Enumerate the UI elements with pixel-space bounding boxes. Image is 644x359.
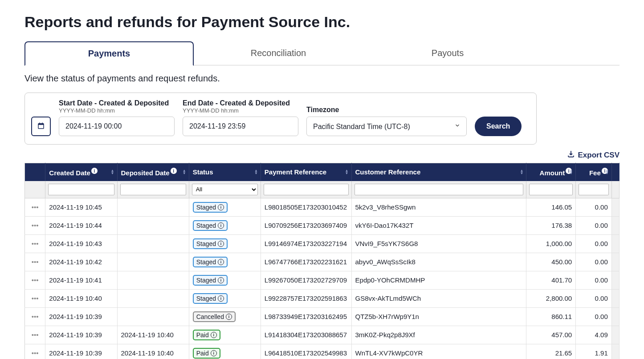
info-icon: i [218, 295, 224, 302]
row-actions-button[interactable]: ••• [25, 307, 45, 326]
row-actions-button[interactable]: ••• [25, 344, 45, 359]
cell-created: 2024-11-19 10:43 [45, 234, 117, 253]
row-actions-button[interactable]: ••• [25, 326, 45, 344]
cell-status: Stagedi [189, 234, 261, 253]
cell-custref: VNvI9_F5sYK7S6G8 [351, 234, 526, 253]
cell-status: Stagedi [189, 216, 261, 234]
cell-fee: 0.00 [576, 253, 612, 271]
table-row: •••2024-11-19 10:40StagediL99228757E1732… [25, 289, 620, 307]
table-filter-row: All [25, 181, 620, 198]
ellipsis-icon: ••• [32, 240, 39, 247]
cell-custref: 5k2v3_V8rheSSgwn [351, 198, 526, 216]
cell-status: Stagedi [189, 271, 261, 289]
status-badge[interactable]: Stagedi [193, 275, 228, 286]
ellipsis-icon: ••• [32, 258, 39, 266]
tab-reconciliation[interactable]: Reconciliation [194, 41, 363, 65]
cell-custref: Epdp0-YOhCRMDMHP [351, 271, 526, 289]
status-badge[interactable]: Stagedi [193, 220, 228, 231]
timezone-select[interactable]: Pacific Standard Time (UTC-8) [306, 117, 467, 136]
table-row: •••2024-11-19 10:392024-11-19 10:40Paidi… [25, 344, 620, 359]
scrollbar-gutter [611, 271, 619, 289]
ellipsis-icon: ••• [32, 222, 39, 229]
scrollbar-gutter [611, 253, 619, 271]
cell-fee: 0.00 [576, 198, 612, 216]
cell-amount: 860.11 [526, 307, 576, 326]
end-date-group: End Date - Created & Deposited YYYY-MM-D… [183, 99, 298, 136]
tab-payments[interactable]: Payments [24, 41, 194, 66]
filter-fee-input[interactable] [579, 184, 609, 195]
scrollbar-gutter [611, 326, 619, 344]
cell-status: Paidi [189, 326, 261, 344]
cell-fee: 4.09 [576, 326, 612, 344]
column-header-fee[interactable]: Feei ▲▼ [576, 163, 612, 181]
cell-deposited [117, 216, 189, 234]
start-date-group: Start Date - Created & Deposited YYYY-MM… [59, 99, 175, 136]
row-actions-button[interactable]: ••• [25, 271, 45, 289]
end-date-input[interactable] [183, 117, 298, 136]
start-date-input[interactable] [59, 117, 175, 136]
cell-custref: vkY6I-Dao17K432T [351, 216, 526, 234]
status-badge[interactable]: Paidi [193, 330, 220, 340]
status-badge[interactable]: Stagedi [193, 257, 228, 267]
end-date-label: End Date - Created & Deposited [183, 99, 298, 107]
scrollbar-gutter [611, 234, 619, 253]
cell-custref: GS8vx-AkTLmd5WCh [351, 289, 526, 307]
status-badge[interactable]: Cancelledi [193, 311, 236, 322]
tabs-container: PaymentsReconciliationPayouts [24, 41, 620, 65]
timezone-label: Timezone [306, 106, 467, 114]
filter-status-select[interactable]: All [192, 184, 258, 195]
status-label: Staged [196, 277, 216, 284]
status-badge[interactable]: Paidi [193, 348, 220, 359]
cell-payref: L96418510E173202549983 [261, 344, 351, 359]
cell-payref: L99146974E173203227194 [261, 234, 351, 253]
column-header-actions [25, 163, 45, 181]
table-row: •••2024-11-19 10:45StagediL98018505E1732… [25, 198, 620, 216]
start-date-hint: YYYY-MM-DD hh:mm [59, 107, 175, 114]
search-button[interactable]: Search [475, 117, 522, 136]
row-actions-button[interactable]: ••• [25, 253, 45, 271]
cell-status: Stagedi [189, 289, 261, 307]
filter-created-input[interactable] [48, 184, 114, 195]
cell-payref: L99228757E173202591863 [261, 289, 351, 307]
cell-deposited [117, 307, 189, 326]
row-actions-button[interactable]: ••• [25, 198, 45, 216]
row-actions-button[interactable]: ••• [25, 289, 45, 307]
calendar-button[interactable] [31, 117, 51, 136]
end-date-hint: YYYY-MM-DD hh:mm [183, 107, 298, 114]
cell-status: Cancelledi [189, 307, 261, 326]
cell-status: Stagedi [189, 253, 261, 271]
cell-deposited [117, 289, 189, 307]
row-actions-button[interactable]: ••• [25, 234, 45, 253]
filter-payref-input[interactable] [264, 184, 349, 195]
column-header-amount[interactable]: Amounti ▲▼ [526, 163, 576, 181]
timezone-group: Timezone Pacific Standard Time (UTC-8) [306, 106, 467, 136]
column-header-custref[interactable]: Customer Reference ▲▼ [351, 163, 526, 181]
filter-custref-input[interactable] [355, 184, 524, 195]
filter-amount-input[interactable] [529, 184, 573, 195]
info-icon: i [226, 314, 232, 320]
search-panel: Start Date - Created & Deposited YYYY-MM… [24, 93, 537, 145]
info-icon: i [218, 241, 224, 247]
row-actions-button[interactable]: ••• [25, 216, 45, 234]
cell-amount: 1,000.00 [526, 234, 576, 253]
calendar-icon [37, 122, 45, 131]
status-badge[interactable]: Stagedi [193, 293, 228, 304]
info-icon: i [218, 277, 224, 283]
column-header-status[interactable]: Status ▲▼ [189, 163, 261, 181]
column-header-payref[interactable]: Payment Reference ▲▼ [261, 163, 351, 181]
filter-deposited-input[interactable] [120, 184, 186, 195]
status-label: Staged [196, 258, 216, 266]
status-label: Staged [196, 204, 216, 211]
status-badge[interactable]: Stagedi [193, 238, 228, 249]
tab-payouts[interactable]: Payouts [363, 41, 532, 65]
scrollbar-gutter [611, 198, 619, 216]
column-header-deposited[interactable]: Deposited Datei ▲▼ [117, 163, 189, 181]
cell-payref: L91418304E173203088657 [261, 326, 351, 344]
status-badge[interactable]: Stagedi [193, 202, 228, 213]
sort-icon: ▲▼ [183, 169, 186, 175]
sort-icon: ▲▼ [520, 169, 523, 175]
status-label: Paid [196, 331, 209, 339]
export-csv-link[interactable]: Export CSV [567, 150, 620, 160]
column-header-created[interactable]: Created Datei ▲▼ [45, 163, 117, 181]
cell-deposited [117, 198, 189, 216]
